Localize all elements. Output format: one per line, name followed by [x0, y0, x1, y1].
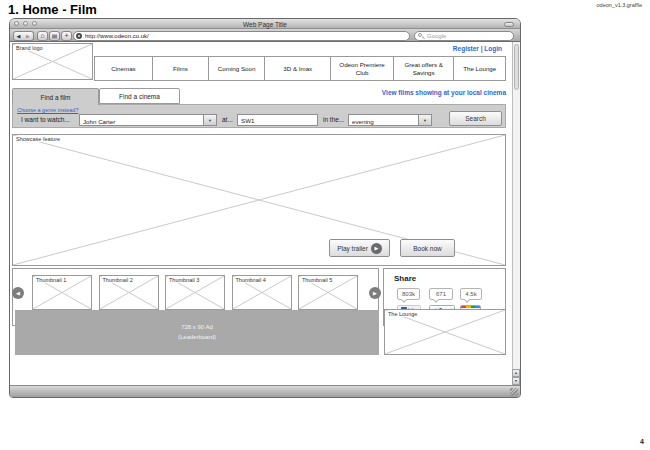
- time-label: in the...: [323, 116, 344, 123]
- thumbnail-label: Thumbnail 5: [301, 277, 333, 283]
- book-now-button[interactable]: Book now: [400, 239, 455, 257]
- thumbnail-label: Thumbnail 1: [35, 277, 67, 283]
- ad-size-label: 728 x 90 Ad: [181, 323, 213, 333]
- register-login-link[interactable]: Register | Login: [453, 45, 502, 52]
- home-button[interactable]: ⌂: [37, 31, 48, 41]
- lounge-promo-placeholder: The Lounge: [384, 309, 506, 355]
- facebook-count-badge: 803k: [397, 288, 420, 300]
- search-icon: [418, 33, 422, 37]
- local-cinema-link[interactable]: View films showing at your local cinema: [382, 89, 506, 96]
- thumbnail-2[interactable]: Thumbnail 2: [99, 275, 159, 310]
- thumbnail-3[interactable]: Thumbnail 3: [165, 275, 225, 310]
- artboard: 1. Home - Film odeon_v1.3.graffle 4 Web …: [0, 0, 650, 450]
- home-icon: ⌂: [40, 32, 44, 39]
- time-select[interactable]: evening ▼: [348, 114, 432, 126]
- watch-label: I want to watch...: [21, 116, 70, 123]
- window-statusbar: [10, 385, 520, 397]
- arrow-up-icon: ▲: [514, 371, 517, 375]
- main-nav: Cinemas Films Coming Soon 3D & Imax Odeo…: [94, 56, 506, 81]
- browser-window: Web Page Title ◀ ▶ ⌂ ▤ + Brand logo Regi…: [9, 18, 521, 398]
- site-favicon-icon: [76, 33, 82, 39]
- film-search-bar: Choose a genre instead? I want to watch.…: [12, 104, 506, 128]
- play-trailer-label: Play trailer: [337, 245, 368, 252]
- scrollbar-down-button[interactable]: ▼: [512, 377, 520, 385]
- address-bar-input[interactable]: [73, 31, 410, 41]
- nav-item-coming-soon[interactable]: Coming Soon: [208, 57, 264, 80]
- nav-item-cinemas[interactable]: Cinemas: [95, 57, 152, 80]
- google-search-input[interactable]: [414, 31, 514, 41]
- nav-item-offers[interactable]: Great offers & Savings: [393, 57, 454, 80]
- lounge-label: The Lounge: [387, 311, 418, 317]
- thumbnail-1[interactable]: Thumbnail 1: [32, 275, 92, 310]
- tweet-count-badge: 671: [429, 288, 453, 300]
- print-button[interactable]: ▤: [49, 31, 60, 41]
- nav-item-3d-imax[interactable]: 3D & Imax: [264, 57, 330, 80]
- back-icon: ◀: [17, 33, 21, 39]
- scrollbar-track[interactable]: [512, 42, 520, 369]
- share-title: Share: [394, 274, 416, 283]
- chevron-down-icon: ▼: [208, 118, 212, 123]
- arrow-down-icon: ▼: [514, 379, 517, 383]
- scrollbar-up-button[interactable]: ▲: [512, 369, 520, 377]
- chevron-right-icon: ▶: [373, 290, 377, 296]
- brand-logo-label: Brand logo: [15, 45, 44, 51]
- thumbnail-label: Thumbnail 3: [168, 277, 200, 283]
- chevron-down-icon: ▼: [423, 118, 427, 123]
- forward-button[interactable]: ▶: [23, 31, 34, 41]
- document-filename: odeon_v1.3.graffle: [597, 2, 642, 8]
- chevron-left-icon: ◀: [16, 290, 20, 296]
- nav-item-lounge[interactable]: The Lounge: [453, 57, 505, 80]
- print-icon: ▤: [52, 32, 58, 39]
- plus-icon: +: [64, 32, 68, 39]
- search-button[interactable]: Search: [449, 111, 502, 126]
- page-number: 4: [640, 438, 644, 445]
- leaderboard-ad-placeholder: 728 x 90 Ad (Leaderboard): [15, 310, 379, 355]
- showcase-feature-placeholder: Showcase feature Play trailer ▶ Book now: [12, 134, 506, 266]
- forward-icon: ▶: [26, 33, 30, 39]
- resize-grip[interactable]: [510, 388, 518, 396]
- play-trailer-button[interactable]: Play trailer ▶: [329, 239, 390, 257]
- time-select-value: evening: [349, 115, 418, 125]
- ad-format-label: (Leaderboard): [178, 333, 216, 343]
- brand-logo-placeholder: Brand logo: [12, 43, 93, 80]
- window-title: Web Page Title: [10, 21, 520, 28]
- genre-link[interactable]: Choose a genre instead?: [17, 107, 78, 113]
- thumbnail-5[interactable]: Thumbnail 5: [298, 275, 358, 310]
- nav-item-premiere-club[interactable]: Odeon Premiere Club: [330, 57, 393, 80]
- at-label: at...: [222, 116, 233, 123]
- page-title: 1. Home - Film: [8, 2, 97, 17]
- film-select-dropdown-button[interactable]: ▼: [203, 115, 216, 125]
- carousel-prev-button[interactable]: ◀: [12, 287, 24, 299]
- nav-item-films[interactable]: Films: [152, 57, 208, 80]
- location-input[interactable]: [237, 114, 318, 126]
- play-triangle-icon: ▶: [374, 245, 378, 251]
- time-select-dropdown-button[interactable]: ▼: [418, 115, 431, 125]
- toolbar-toggle-pill[interactable]: [504, 22, 514, 27]
- tab-find-a-cinema[interactable]: Find a cinema: [99, 88, 180, 104]
- plus-count-badge: 4.5k: [460, 288, 482, 300]
- film-select[interactable]: John Carter ▼: [79, 114, 217, 126]
- window-titlebar: Web Page Title: [10, 19, 520, 29]
- add-bookmark-button[interactable]: +: [61, 31, 72, 41]
- film-select-value: John Carter: [80, 115, 203, 125]
- thumbnail-label: Thumbnail 2: [102, 277, 134, 283]
- carousel-next-button[interactable]: ▶: [369, 287, 381, 299]
- scrollbar-thumb[interactable]: [514, 44, 519, 90]
- thumbnail-4[interactable]: Thumbnail 4: [232, 275, 292, 310]
- showcase-label: Showcase feature: [15, 136, 61, 142]
- page-content: Brand logo Register | Login Cinemas Film…: [10, 42, 520, 385]
- google-stripe-icon: [461, 306, 480, 308]
- browser-toolbar: ◀ ▶ ⌂ ▤ +: [10, 29, 520, 42]
- tab-find-a-film[interactable]: Find a film: [12, 88, 99, 105]
- play-icon: ▶: [371, 243, 382, 254]
- thumbnail-label: Thumbnail 4: [235, 277, 267, 283]
